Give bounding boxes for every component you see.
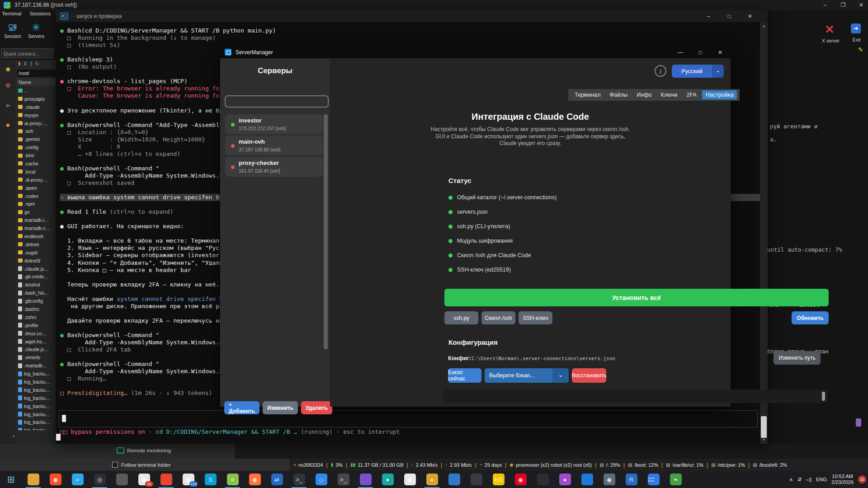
tray-clock[interactable]: 10:53 AM 2/23/2026 [831, 474, 854, 485]
server-item-proxy-checker[interactable]: proxy-checker161.97.118.40 [ssh] [225, 157, 323, 177]
file-row[interactable]: .nuget [17, 249, 56, 257]
quick-share[interactable]: Quick share [642, 471, 665, 488]
app-dark-2[interactable] [532, 471, 554, 488]
change-path-button[interactable]: Изменить путь [774, 351, 821, 365]
file-row[interactable]: .claude.js… [17, 346, 56, 354]
app-purple[interactable] [354, 471, 377, 488]
file-row[interactable]: .tmux.co… [17, 329, 56, 338]
file-row[interactable]: .claude [17, 103, 56, 111]
x-server-icon[interactable]: ✕ [825, 23, 835, 37]
file-row[interactable]: .lesshst [17, 281, 56, 289]
obs-studio[interactable]: ◎ [89, 471, 111, 488]
mobaxterm-close-button[interactable]: ✕ [857, 2, 865, 8]
file-row[interactable]: log_backu… [17, 410, 56, 418]
file-row[interactable]: log_backu… [17, 370, 56, 378]
file-row[interactable]: log_backu… [17, 426, 56, 430]
tab-инфо[interactable]: Инфо [633, 90, 655, 99]
mobaxterm-minimize-button[interactable]: – [821, 2, 829, 8]
terminal-maximize-button[interactable]: □ [725, 13, 733, 19]
menu-terminal[interactable]: Terminal [2, 11, 21, 16]
path-input[interactable]: /root/ [17, 70, 57, 77]
toolbar-servers-button[interactable]: ✳Servers [24, 22, 48, 39]
tool-icon[interactable]: ❖ [0, 81, 16, 90]
tab-2fa[interactable]: 2FA [683, 90, 700, 99]
log-scrollbar-thumb[interactable] [822, 392, 825, 401]
files-column-header[interactable]: Name [17, 79, 56, 86]
file-row[interactable]: log_backu… [17, 394, 56, 402]
terminal-titlebar[interactable]: >_ · запуск и проверка –□✕ [56, 10, 768, 22]
side-widget-icon[interactable] [856, 418, 861, 427]
file-row[interactable]: ai-proxy-… [17, 119, 56, 127]
claude-input-box[interactable] [59, 410, 758, 427]
file-row[interactable]: log_backu… [17, 402, 56, 410]
mobaxterm-maximize-button[interactable]: ❐ [839, 2, 847, 8]
star-icon[interactable]: ★ [0, 65, 16, 74]
file-row[interactable]: .wget-hs… [17, 338, 56, 346]
sphere-icon[interactable]: ● [0, 121, 16, 130]
menu-sessions[interactable]: Sessions [29, 11, 51, 16]
install-ssh------button[interactable]: SSH-ключ [519, 311, 552, 324]
chrome-3[interactable]: ◉ [399, 471, 421, 488]
servermanager-minimize-button[interactable]: — [676, 49, 684, 56]
file-row[interactable]: proxyapis [17, 95, 56, 103]
language-dropdown[interactable]: Русский ⌄ [672, 65, 724, 78]
refresh-icon[interactable]: ↻ [35, 61, 39, 67]
file-row[interactable]: .qwen [17, 184, 56, 192]
start-button[interactable]: ⊞ [0, 471, 22, 488]
file-row[interactable]: .npm [17, 200, 56, 208]
hs-app[interactable]: HS [487, 471, 509, 488]
file-row[interactable]: log_backu… [17, 418, 56, 427]
file-row[interactable]: .profile [17, 321, 56, 329]
keyboard-language[interactable]: ENG [816, 477, 827, 482]
collapse-sidebar-arrow[interactable]: ‹ [13, 433, 14, 439]
app-skyblue[interactable]: S [199, 471, 222, 488]
app-gold[interactable]: ● [421, 471, 443, 488]
server-item-investor[interactable]: investor173.212.212.157 [ssh] [225, 114, 323, 134]
file-row[interactable]: .dotnet [17, 240, 56, 249]
quick-connect-input[interactable]: Quick connect... [1, 48, 53, 58]
file-row[interactable]: .cache [17, 160, 56, 168]
app-red[interactable] [155, 471, 177, 488]
file-row[interactable]: .mariadb… [17, 361, 56, 370]
file-row[interactable]: .zshrc [17, 313, 56, 321]
pencil-icon[interactable]: ✎ [858, 46, 863, 53]
follow-terminal-folder-checkbox[interactable]: Follow terminal folder [112, 462, 170, 468]
notepadpp[interactable]: ≡ [222, 471, 244, 488]
brave-browser[interactable]: ◉ [44, 471, 66, 488]
volume-icon[interactable]: ◁) [806, 477, 811, 483]
backup-select-dropdown[interactable]: Выберите бэкап... ⌄ [485, 368, 569, 383]
tray-expand-icon[interactable]: ∧ [789, 477, 793, 483]
scrollbar-thumb[interactable] [761, 416, 767, 438]
exit-icon[interactable]: ➜ [851, 23, 861, 33]
toolbar-session-button[interactable]: 🖳Session [1, 22, 24, 39]
plane-icon[interactable]: ➢ [0, 101, 16, 110]
download-icon[interactable]: ⬇ [23, 61, 27, 67]
tab-терминал[interactable]: Терминал [571, 90, 604, 99]
tab-ключи[interactable]: Ключи [657, 90, 681, 99]
file-row[interactable]: .. [17, 87, 56, 95]
terminal-scrollbar[interactable]: ▲ ▼ [760, 22, 768, 444]
telegram[interactable]: ➢ [66, 471, 89, 488]
server-search-input[interactable] [225, 95, 329, 108]
file-row[interactable]: .viminfo [17, 353, 56, 361]
mobaxterm-titlebar[interactable]: 37.187.136.86 ([root ovh]) –❐✕ [0, 0, 868, 10]
file-explorer[interactable] [22, 471, 44, 488]
r-studio[interactable]: R [620, 471, 642, 488]
file-row[interactable]: .git-crede… [17, 272, 56, 281]
file-row[interactable]: go [17, 208, 56, 216]
servermanager-titlebar[interactable]: ServerManager —□✕ [220, 46, 731, 58]
file-row[interactable]: log_backu… [17, 378, 56, 386]
servermanager-close-button[interactable]: ✕ [716, 49, 724, 56]
file-row[interactable]: dotnet9 [17, 257, 56, 265]
notification-badge[interactable]: 32 [858, 475, 866, 483]
camera-app[interactable]: ◉ [598, 471, 620, 488]
pin-app[interactable]: ◉ [509, 471, 532, 488]
install-all-button[interactable]: Установить всё [444, 289, 829, 306]
file-row[interactable]: .kimi [17, 151, 56, 160]
server-item-main-ovh[interactable]: main-ovh37.187.136.86 [ssh] [225, 136, 323, 155]
sidebar-scrollbar-thumb[interactable] [324, 114, 328, 349]
servermanager-maximize-button[interactable]: □ [696, 49, 704, 56]
app-gray[interactable] [111, 471, 133, 488]
scroll-up-icon[interactable]: ▲ [760, 24, 768, 28]
install-ssh-py-button[interactable]: ssh.py [444, 311, 478, 324]
